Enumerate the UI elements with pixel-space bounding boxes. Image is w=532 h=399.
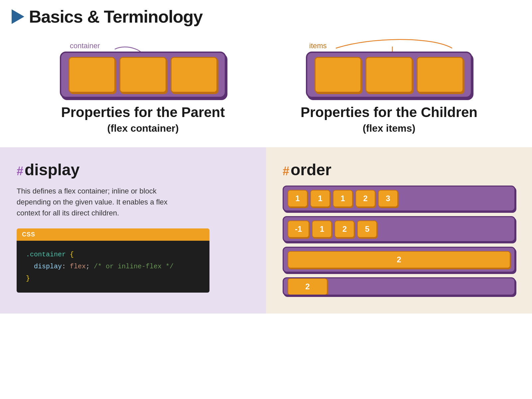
order-hash: # [283,164,289,178]
bottom-panels: # display This defines a flex container;… [0,147,532,314]
code-brace-open: { [70,251,74,258]
code-brace-close: } [26,275,30,282]
code-line-3: } [26,273,200,285]
order-diagram: 1 1 1 2 3 -1 1 2 5 — 2 2 [283,186,515,296]
display-property-name: display [25,161,79,179]
display-hash: # [17,164,23,178]
order-item-2-1: -1 [288,220,309,238]
flex-item-3 [171,57,217,93]
parent-properties-title: Properties for the Parent [61,105,225,120]
order-item-2-2: 1 [312,220,332,238]
order-row-1: 1 1 1 2 3 [283,186,515,211]
order-item-1-3: 1 [333,190,353,207]
flex-child-1 [315,57,361,93]
parent-properties-subtitle: (flex container) [107,123,179,134]
display-heading: # display [17,161,249,179]
container-illustration: container [60,40,226,98]
order-row-2: -1 1 2 5 — [283,216,515,242]
order-item-2-3: 2 [334,220,354,238]
order-item-1-5: 3 [378,190,398,207]
code-header-label: CSS [17,228,209,241]
children-properties-title: Properties for the Children [301,105,477,120]
code-comment: /* or inline-flex */ [94,263,174,270]
order-item-1-4: 2 [355,190,375,207]
play-icon [12,9,24,24]
flex-container-box [60,52,226,98]
order-item-4-1: 2 [288,278,328,295]
order-item-2-4: 5 [357,220,377,238]
items-label: items [309,42,327,50]
diagrams-row: container Properties for the Parent (fle… [0,30,532,137]
flex-child-2 [365,57,412,93]
header-section: Basics & Terminology [0,0,532,30]
flex-item-1 [68,57,115,93]
items-illustration: items [306,40,472,98]
container-label: container [70,42,100,50]
code-selector: .container [26,251,66,258]
flex-items-box [306,52,472,98]
code-body: .container { display: flex; /* or inline… [17,241,209,293]
children-properties-subtitle: (flex items) [363,123,415,134]
code-line-1: .container { [26,249,200,261]
page-title: Basics & Terminology [29,7,202,27]
flex-item-2 [119,57,166,93]
order-item-3-1: 2 [288,251,510,268]
order-dash: — [382,224,392,234]
order-item-1-2: 1 [310,190,330,207]
code-value-flex: flex [70,263,86,270]
children-diagram-col: items Properties for the Children (fl [296,40,482,134]
order-panel: # order 1 1 1 2 3 -1 1 2 5 — 2 [266,147,532,314]
code-property-display: display [34,263,62,270]
order-item-1-1: 1 [288,190,308,207]
order-property-name: order [291,161,332,179]
order-heading: # order [283,161,515,179]
order-row-4: 2 [283,277,515,296]
parent-diagram-col: container Properties for the Parent (fle… [50,40,236,134]
display-code-block: CSS .container { display: flex; /* or in… [17,228,209,293]
code-line-2: display: flex; /* or inline-flex */ [26,261,200,273]
order-row-3: 2 [283,247,515,273]
flex-child-3 [417,57,464,93]
display-description: This defines a flex container; inline or… [17,186,190,218]
display-panel: # display This defines a flex container;… [0,147,266,314]
